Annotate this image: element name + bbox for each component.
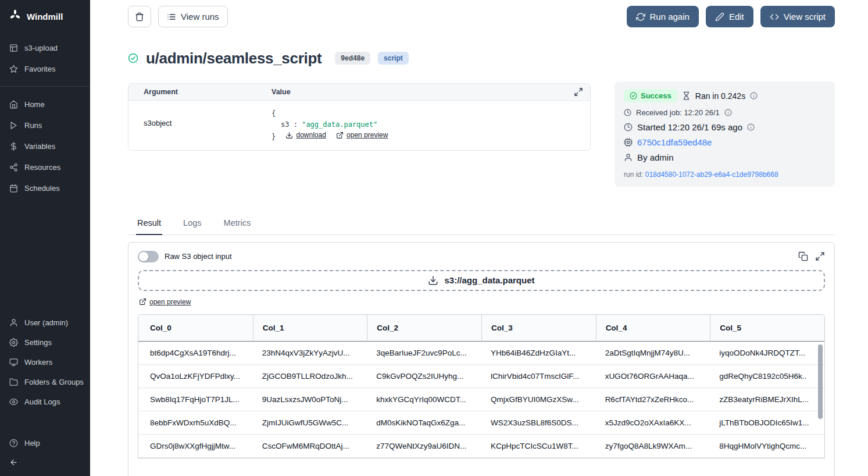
download-link[interactable]: download [285, 130, 326, 141]
external-link-icon [139, 298, 147, 306]
user-icon [9, 318, 18, 327]
clock-icon [624, 123, 633, 132]
s3-file-path: s3://agg_data.parquet [444, 275, 534, 285]
json-key: s3 [281, 120, 289, 129]
monitor-icon [9, 358, 18, 367]
column-header-col4[interactable]: Col_4 [596, 315, 710, 342]
table-row[interactable]: Swb8Iq17FqHjoT7P1JL... 9UazLsxzsJW0oPToN… [138, 388, 824, 411]
toggle-knob [139, 252, 148, 261]
run-again-button[interactable]: Run again [627, 6, 699, 27]
sidebar-item-s3-upload[interactable]: s3-upload [0, 37, 90, 58]
table-cell: 9UazLsxzsJW0oPToNj... [253, 388, 367, 411]
user-icon [624, 153, 633, 162]
result-table: Col_0 Col_1 Col_2 Col_3 Col_4 Col_5 bt6d… [138, 314, 825, 459]
received-job-text: Received job: 12:20 26/1 [636, 108, 720, 117]
cpu-icon [624, 138, 633, 147]
hash-badge: 9ed48e [335, 52, 370, 65]
table-cell: 2aDtSgtIqMnjjM74y8U... [596, 342, 710, 365]
run-id-link[interactable]: 018d4580-1072-ab29-e6a4-c1de9798b668 [645, 170, 778, 179]
raw-s3-toggle[interactable] [138, 251, 159, 262]
table-cell: Swb8Iq17FqHjoT7P1JL... [138, 388, 253, 411]
table-cell: 8HqgHMolVYtighQcmc... [710, 435, 824, 458]
hourglass-icon [682, 91, 691, 100]
result-table-wrapper: Col_0 Col_1 Col_2 Col_3 Col_4 Col_5 bt6d… [138, 314, 825, 459]
table-row[interactable]: GDrs0j8wXXgfHgjjMtw... CscOFwM6MRqDOttAj… [138, 435, 824, 458]
external-link-icon [336, 132, 344, 139]
table-cell: dM0sKikNOTaqGx6Zga... [367, 411, 481, 435]
table-cell: 23hN4qxV3jZkYyAzjvU... [253, 342, 367, 365]
check-circle-icon [630, 92, 637, 100]
table-row[interactable]: 8ebbFxWDxrh5uXdBQ... ZjmIJUiGwfU5GWw5C..… [138, 411, 824, 435]
maximize-icon [574, 87, 583, 97]
json-colon: : [294, 120, 298, 129]
table-cell: z77QWeNtXzy9aU6IDN... [367, 435, 481, 458]
view-runs-button[interactable]: View runs [158, 6, 228, 27]
table-cell: QvOa1oLzKFjYDFPdlxy... [138, 365, 253, 388]
code-icon [770, 12, 779, 22]
sidebar-item-audit-logs[interactable]: Audit Logs [0, 392, 90, 411]
column-header-col5[interactable]: Col_5 [710, 315, 824, 342]
tab-logs[interactable]: Logs [182, 218, 202, 235]
run-id-label: run id: [624, 170, 643, 179]
delete-run-button[interactable] [128, 6, 151, 27]
sidebar-item-workers[interactable]: Workers [0, 352, 90, 372]
table-cell: bt6dp4CgXsA19T6hdrj... [138, 342, 253, 365]
result-tabs: Result Logs Metrics [128, 218, 835, 235]
table-cell: gdReQhyC8192c05H6k.. [710, 365, 824, 388]
tab-result[interactable]: Result [136, 218, 162, 235]
table-row[interactable]: QvOa1oLzKFjYDFPdlxy... ZjGCOB9TLLROdzoJk… [138, 365, 824, 388]
expand-arguments-button[interactable] [574, 87, 583, 98]
tab-metrics[interactable]: Metrics [223, 218, 252, 235]
edit-label: Edit [729, 12, 744, 22]
sidebar-item-home[interactable]: Home [0, 94, 90, 115]
sidebar-item-settings[interactable]: Settings [0, 332, 90, 352]
main-content: View runs Run again Edit View script [90, 0, 868, 476]
open-preview-link[interactable]: open preview [336, 130, 388, 141]
info-icon[interactable] [750, 92, 758, 100]
sidebar-item-user-admin[interactable]: User (admin) [0, 312, 90, 332]
sidebar-item-label: Folders & Groups [24, 378, 84, 386]
result-panel: Raw S3 object input s3://agg_data.parque… [128, 242, 835, 476]
worker-link[interactable]: 6750c1dfa59ed48e [637, 137, 712, 147]
info-icon[interactable] [747, 123, 755, 131]
table-cell: ZjGCOB9TLLROdzoJkh... [253, 365, 367, 388]
sidebar-help-group: Help [0, 432, 90, 453]
brand[interactable]: Windmill [0, 8, 90, 24]
json-open-brace: { [272, 108, 388, 119]
s3-file-download-button[interactable]: s3://agg_data.parquet [138, 270, 825, 291]
column-header-col0[interactable]: Col_0 [138, 315, 253, 342]
table-cell: ZjmIJUiGwfU5GWw5C... [253, 411, 367, 435]
sidebar: Windmill s3-upload Favorites Home Runs [0, 0, 90, 476]
table-row[interactable]: bt6dp4CgXsA19T6hdrj... 23hN4qxV3jZkYyAzj… [138, 342, 824, 365]
edit-button[interactable]: Edit [706, 6, 753, 27]
copy-icon[interactable] [798, 251, 808, 261]
table-cell: khxkYGCqYrIq00WCDT... [367, 388, 481, 411]
trash-icon [135, 12, 144, 22]
play-icon [9, 121, 18, 130]
sidebar-item-variables[interactable]: Variables [0, 136, 90, 157]
table-cell: zZB3eatyrRiBMEJrXIhL... [710, 388, 824, 411]
sidebar-item-help[interactable]: Help [0, 432, 90, 453]
result-table-header-row: Col_0 Col_1 Col_2 Col_3 Col_4 Col_5 [138, 315, 824, 342]
column-header-col3[interactable]: Col_3 [481, 315, 596, 342]
column-header-col2[interactable]: Col_2 [367, 315, 481, 342]
sidebar-item-label: Home [24, 100, 45, 109]
sidebar-item-label: Runs [24, 121, 42, 130]
sidebar-item-resources[interactable]: Resources [0, 157, 90, 177]
maximize-icon[interactable] [815, 251, 825, 261]
table-scrollbar[interactable] [818, 344, 823, 419]
arrow-left-icon [9, 458, 18, 467]
view-script-button[interactable]: View script [760, 6, 835, 27]
sidebar-item-label: Variables [24, 142, 55, 151]
sidebar-item-schedules[interactable]: Schedules [0, 177, 90, 198]
collapse-sidebar-button[interactable] [0, 453, 90, 471]
help-icon [9, 439, 18, 447]
open-preview-link[interactable]: open preview [139, 298, 191, 306]
download-label: download [296, 130, 326, 141]
column-header-col1[interactable]: Col_1 [253, 315, 367, 342]
info-icon[interactable] [724, 109, 732, 116]
open-preview-label: open preview [149, 298, 191, 306]
sidebar-item-runs[interactable]: Runs [0, 115, 90, 136]
sidebar-item-favorites[interactable]: Favorites [0, 58, 90, 79]
sidebar-item-folders-groups[interactable]: Folders & Groups [0, 372, 90, 392]
